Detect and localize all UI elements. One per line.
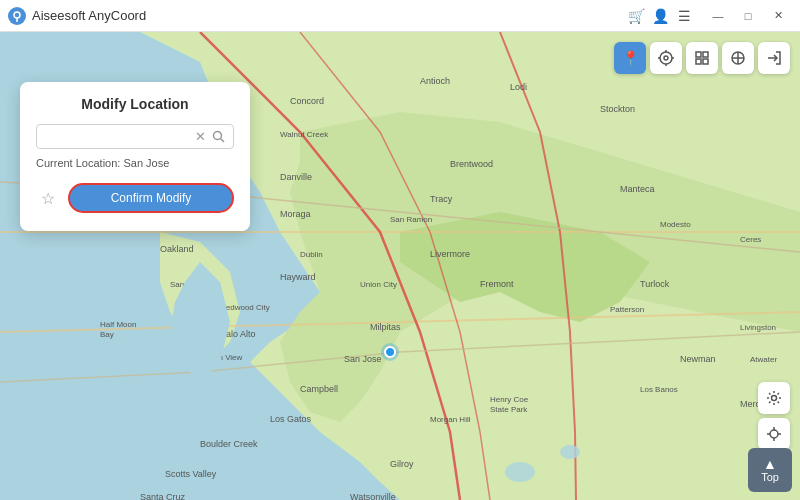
location-pin-tool-button[interactable]: 📍 <box>614 42 646 74</box>
route-tool-button[interactable] <box>722 42 754 74</box>
svg-text:Livermore: Livermore <box>430 249 470 259</box>
cart-icon[interactable]: 🛒 <box>628 8 644 24</box>
close-button[interactable]: ✕ <box>764 2 792 30</box>
svg-text:State Park: State Park <box>490 405 528 414</box>
header-icons: 🛒 👤 ☰ <box>628 8 692 24</box>
svg-text:Los Banos: Los Banos <box>640 385 678 394</box>
top-arrow-icon: ▲ <box>763 457 777 471</box>
svg-text:Modesto: Modesto <box>660 220 691 229</box>
location-search-input[interactable] <box>45 130 195 144</box>
svg-text:Scotts Valley: Scotts Valley <box>165 469 217 479</box>
svg-text:Bay: Bay <box>100 330 114 339</box>
search-icon[interactable] <box>212 130 225 143</box>
svg-point-70 <box>770 430 778 438</box>
svg-text:Hayward: Hayward <box>280 272 316 282</box>
window-controls: — □ ✕ <box>704 2 792 30</box>
svg-text:Campbell: Campbell <box>300 384 338 394</box>
svg-text:Stockton: Stockton <box>600 104 635 114</box>
map-controls <box>758 382 790 450</box>
exit-tool-button[interactable] <box>758 42 790 74</box>
panel-title: Modify Location <box>36 96 234 112</box>
svg-text:Newman: Newman <box>680 354 716 364</box>
svg-text:Moraga: Moraga <box>280 209 311 219</box>
svg-text:Livingston: Livingston <box>740 323 776 332</box>
map-container: Lodi Vallejo Concord Antioch Stockton Ma… <box>0 32 800 500</box>
title-bar: Aiseesoft AnyCoord 🛒 👤 ☰ — □ ✕ <box>0 0 800 32</box>
svg-text:Concord: Concord <box>290 96 324 106</box>
svg-point-54 <box>560 445 580 459</box>
svg-text:Dublin: Dublin <box>300 250 323 259</box>
svg-text:Atwater: Atwater <box>750 355 777 364</box>
svg-text:Danville: Danville <box>280 172 312 182</box>
map-location-pin <box>384 346 396 358</box>
svg-text:Morgan Hill: Morgan Hill <box>430 415 471 424</box>
svg-text:San Jose: San Jose <box>344 354 382 364</box>
svg-text:Half Moon: Half Moon <box>100 320 136 329</box>
maximize-button[interactable]: □ <box>734 2 762 30</box>
clear-search-icon[interactable]: ✕ <box>195 129 206 144</box>
svg-point-53 <box>505 462 535 482</box>
svg-rect-63 <box>696 59 701 64</box>
svg-text:Manteca: Manteca <box>620 184 655 194</box>
svg-text:Ceres: Ceres <box>740 235 761 244</box>
svg-text:Redwood City: Redwood City <box>220 303 270 312</box>
svg-text:Lodi: Lodi <box>510 82 527 92</box>
current-location-text: Current Location: San Jose <box>36 157 234 169</box>
svg-point-56 <box>664 56 668 60</box>
user-icon[interactable]: 👤 <box>652 8 668 24</box>
app-logo <box>8 7 26 25</box>
svg-text:Brentwood: Brentwood <box>450 159 493 169</box>
svg-text:Watsonville: Watsonville <box>350 492 396 500</box>
svg-text:Oakland: Oakland <box>160 244 194 254</box>
modify-location-panel: Modify Location ✕ Current Location: San … <box>20 82 250 231</box>
search-row: ✕ <box>36 124 234 149</box>
svg-text:Los Gatos: Los Gatos <box>270 414 312 424</box>
svg-rect-61 <box>696 52 701 57</box>
svg-text:Gilroy: Gilroy <box>390 459 414 469</box>
svg-text:Milpitas: Milpitas <box>370 322 401 332</box>
svg-rect-64 <box>703 59 708 64</box>
svg-point-75 <box>214 132 222 140</box>
svg-rect-62 <box>703 52 708 57</box>
svg-text:Fremont: Fremont <box>480 279 514 289</box>
panel-footer: ☆ Confirm Modify <box>36 183 234 213</box>
star-icon: ☆ <box>41 189 55 208</box>
svg-text:Patterson: Patterson <box>610 305 644 314</box>
svg-point-55 <box>660 52 672 64</box>
svg-point-69 <box>772 396 777 401</box>
menu-icon[interactable]: ☰ <box>676 8 692 24</box>
svg-text:Boulder Creek: Boulder Creek <box>200 439 258 449</box>
minimize-button[interactable]: — <box>704 2 732 30</box>
map-toolbar: 📍 <box>614 42 790 74</box>
settings-control-button[interactable] <box>758 382 790 414</box>
svg-text:Walnut Creek: Walnut Creek <box>280 130 329 139</box>
svg-text:Union City: Union City <box>360 280 397 289</box>
confirm-modify-button[interactable]: Confirm Modify <box>68 183 234 213</box>
svg-text:Henry Coe: Henry Coe <box>490 395 529 404</box>
teleport-tool-button[interactable] <box>650 42 682 74</box>
top-button[interactable]: ▲ Top <box>748 448 792 492</box>
favorite-star-button[interactable]: ☆ <box>36 186 60 210</box>
top-button-label: Top <box>761 471 779 483</box>
svg-text:Turlock: Turlock <box>640 279 670 289</box>
svg-text:San Ramon: San Ramon <box>390 215 432 224</box>
crosshair-control-button[interactable] <box>758 418 790 450</box>
svg-text:Antioch: Antioch <box>420 76 450 86</box>
svg-text:Tracy: Tracy <box>430 194 453 204</box>
svg-text:Santa Cruz: Santa Cruz <box>140 492 186 500</box>
svg-line-76 <box>221 139 225 143</box>
search-icons: ✕ <box>195 129 225 144</box>
move-tool-button[interactable] <box>686 42 718 74</box>
svg-point-0 <box>14 12 20 18</box>
app-title: Aiseesoft AnyCoord <box>32 8 628 23</box>
